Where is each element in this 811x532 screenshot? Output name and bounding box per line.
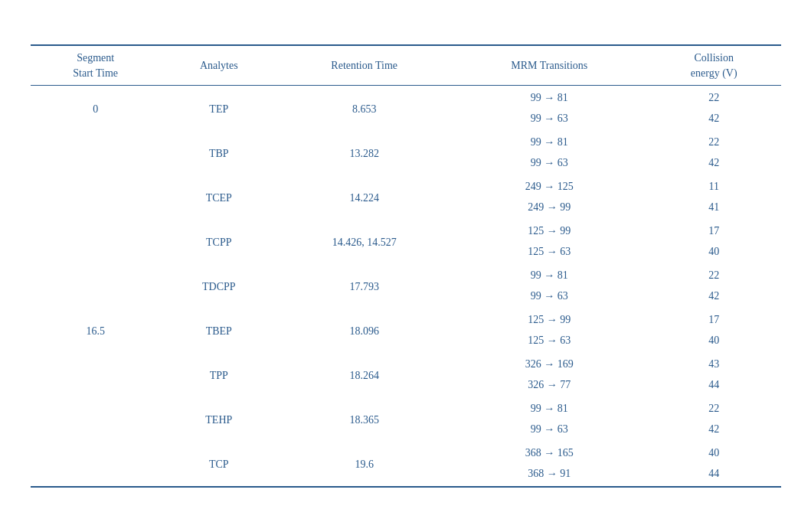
cell-mrm2: 125 → 63 xyxy=(452,241,647,263)
cell-analyte: TPP xyxy=(161,352,277,397)
cell-ce2: 42 xyxy=(647,419,781,441)
header-mrm-transitions: MRM Transitions xyxy=(452,45,647,86)
cell-segment xyxy=(31,175,161,219)
cell-mrm2: 368 → 91 xyxy=(452,463,647,487)
cell-mrm1: 368 → 165 xyxy=(452,441,647,463)
table-row: 0TEP8.65399 → 8122 xyxy=(31,86,781,109)
cell-ce2: 42 xyxy=(647,286,781,308)
cell-analyte: TBP xyxy=(161,130,277,175)
cell-segment xyxy=(31,441,161,487)
table-row: TDCPP17.79399 → 8122 xyxy=(31,263,781,286)
cell-ce2: 44 xyxy=(647,463,781,487)
cell-ce2: 41 xyxy=(647,197,781,219)
cell-ce1: 22 xyxy=(647,130,781,152)
cell-retention-time: 19.6 xyxy=(277,441,452,487)
cell-segment xyxy=(31,263,161,308)
cell-mrm1: 125 → 99 xyxy=(452,308,647,330)
cell-retention-time: 8.653 xyxy=(277,86,452,131)
cell-mrm1: 99 → 81 xyxy=(452,130,647,152)
cell-mrm1: 99 → 81 xyxy=(452,263,647,286)
cell-segment xyxy=(31,352,161,397)
cell-retention-time: 18.365 xyxy=(277,397,452,441)
cell-mrm2: 99 → 63 xyxy=(452,152,647,175)
cell-ce1: 11 xyxy=(647,175,781,197)
cell-ce2: 42 xyxy=(647,108,781,130)
cell-mrm2: 99 → 63 xyxy=(452,419,647,441)
table-row: TEHP18.36599 → 8122 xyxy=(31,397,781,419)
cell-ce1: 22 xyxy=(647,263,781,286)
cell-mrm1: 99 → 81 xyxy=(452,397,647,419)
cell-analyte: TBEP xyxy=(161,308,277,352)
cell-mrm1: 99 → 81 xyxy=(452,86,647,109)
table-container: SegmentStart Time Analytes Retention Tim… xyxy=(31,44,781,488)
header-retention-time: Retention Time xyxy=(277,45,452,86)
header-analytes: Analytes xyxy=(161,45,277,86)
cell-ce1: 17 xyxy=(647,308,781,330)
data-table: SegmentStart Time Analytes Retention Tim… xyxy=(31,44,781,488)
header-row: SegmentStart Time Analytes Retention Tim… xyxy=(31,45,781,86)
cell-ce1: 17 xyxy=(647,219,781,241)
cell-retention-time: 14.224 xyxy=(277,175,452,219)
cell-segment xyxy=(31,130,161,175)
cell-retention-time: 14.426, 14.527 xyxy=(277,219,452,263)
cell-mrm1: 125 → 99 xyxy=(452,219,647,241)
cell-mrm2: 125 → 63 xyxy=(452,330,647,352)
table-row: TCPP14.426, 14.527125 → 9917 xyxy=(31,219,781,241)
cell-analyte: TCEP xyxy=(161,175,277,219)
cell-segment: 16.5 xyxy=(31,308,161,352)
cell-analyte: TCP xyxy=(161,441,277,487)
cell-mrm2: 326 → 77 xyxy=(452,374,647,397)
cell-segment xyxy=(31,397,161,441)
cell-analyte: TEHP xyxy=(161,397,277,441)
cell-retention-time: 17.793 xyxy=(277,263,452,308)
cell-ce1: 40 xyxy=(647,441,781,463)
cell-ce1: 22 xyxy=(647,86,781,109)
cell-analyte: TCPP xyxy=(161,219,277,263)
cell-mrm2: 99 → 63 xyxy=(452,108,647,130)
table-row: 16.5TBEP18.096125 → 9917 xyxy=(31,308,781,330)
table-row: TCP19.6368 → 16540 xyxy=(31,441,781,463)
cell-ce1: 22 xyxy=(647,397,781,419)
cell-ce2: 40 xyxy=(647,330,781,352)
cell-mrm1: 326 → 169 xyxy=(452,352,647,374)
header-collision-energy: Collisionenergy (V) xyxy=(647,45,781,86)
cell-retention-time: 18.264 xyxy=(277,352,452,397)
cell-retention-time: 18.096 xyxy=(277,308,452,352)
table-row: TCEP14.224249 → 12511 xyxy=(31,175,781,197)
cell-segment xyxy=(31,219,161,263)
table-row: TPP18.264326 → 16943 xyxy=(31,352,781,374)
header-segment: SegmentStart Time xyxy=(31,45,161,86)
cell-mrm2: 99 → 63 xyxy=(452,286,647,308)
cell-mrm1: 249 → 125 xyxy=(452,175,647,197)
cell-ce2: 40 xyxy=(647,241,781,263)
cell-ce2: 42 xyxy=(647,152,781,175)
table-row: TBP13.28299 → 8122 xyxy=(31,130,781,152)
cell-retention-time: 13.282 xyxy=(277,130,452,175)
cell-analyte: TEP xyxy=(161,86,277,131)
cell-segment: 0 xyxy=(31,86,161,131)
cell-mrm2: 249 → 99 xyxy=(452,197,647,219)
cell-ce2: 44 xyxy=(647,374,781,397)
cell-analyte: TDCPP xyxy=(161,263,277,308)
cell-ce1: 43 xyxy=(647,352,781,374)
